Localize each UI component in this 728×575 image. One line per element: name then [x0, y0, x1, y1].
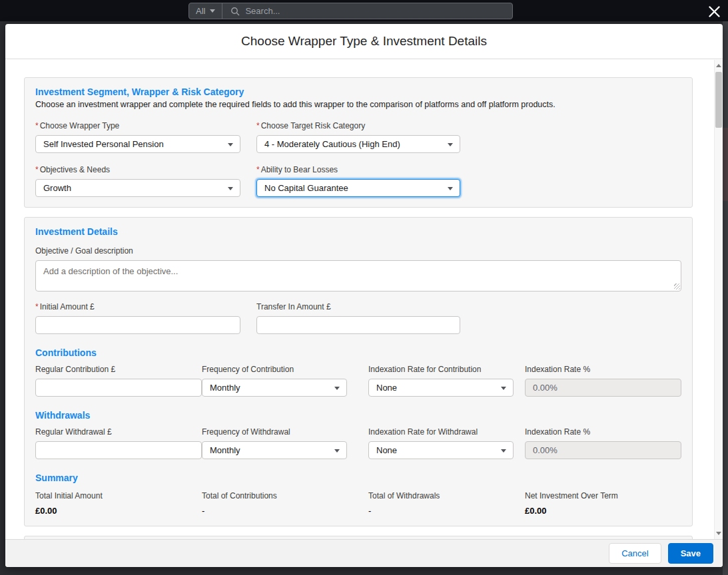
bear-losses-label: Ability to Bear Losses: [261, 165, 338, 174]
withdrawal-rate-label: Indexation Rate %: [525, 427, 590, 437]
net-investment-label: Net Investment Over Term: [525, 491, 681, 500]
transfer-in-input[interactable]: [256, 316, 460, 334]
objective-label: Objective / Goal description: [35, 246, 133, 256]
chevron-down-icon: [501, 387, 506, 390]
chevron-down-icon: [501, 449, 506, 453]
total-withdrawals-item: Total of Withdrawals -: [368, 491, 525, 516]
contributions-heading: Contributions: [35, 347, 681, 358]
contribution-indexation-select[interactable]: None: [368, 379, 514, 397]
required-asterisk: *: [35, 121, 39, 130]
save-button[interactable]: Save: [668, 543, 713, 564]
withdrawal-rate-field: Indexation Rate %: [525, 427, 681, 459]
global-search-box[interactable]: All Search...: [188, 3, 513, 19]
withdrawal-frequency-select[interactable]: Monthly: [202, 441, 347, 459]
withdrawal-indexation-select[interactable]: None: [368, 441, 514, 459]
net-investment-value: £0.00: [525, 506, 681, 516]
withdrawal-rate-input: [525, 441, 681, 459]
withdrawals-heading: Withdrawals: [35, 410, 681, 421]
withdrawal-frequency-field: Frequency of Withdrawal Monthly: [202, 427, 368, 459]
required-asterisk: *: [35, 165, 39, 174]
modal-body: Investment Segment, Wrapper & Risk Categ…: [5, 60, 723, 539]
contribution-rate-label: Indexation Rate %: [525, 365, 590, 374]
close-icon[interactable]: [704, 3, 724, 20]
regular-contribution-input[interactable]: [35, 379, 202, 397]
scroll-up-icon[interactable]: [715, 61, 723, 71]
total-withdrawals-value: -: [368, 506, 525, 516]
modal-scrollbar[interactable]: [714, 60, 723, 539]
withdrawal-indexation-value: None: [376, 445, 397, 455]
wrapper-type-value: Self Invested Personal Pension: [43, 139, 164, 149]
contribution-indexation-value: None: [376, 383, 397, 393]
wrapper-type-select[interactable]: Self Invested Personal Pension: [35, 135, 240, 153]
segment-section-heading: Investment Segment, Wrapper & Risk Categ…: [35, 87, 681, 97]
contribution-rate-field: Indexation Rate %: [525, 365, 681, 397]
withdrawal-indexation-label: Indexation Rate for Withdrawal: [368, 427, 478, 437]
transfer-in-field: Transfer In Amount £: [256, 302, 460, 334]
objectives-select[interactable]: Growth: [35, 179, 240, 197]
modal-title: Choose Wrapper Type & Investment Details: [241, 34, 487, 49]
total-initial-label: Total Initial Amount: [35, 491, 202, 500]
contribution-frequency-label: Frequency of Contribution: [202, 365, 294, 374]
wrapper-type-label: Choose Wrapper Type: [40, 121, 120, 130]
search-placeholder: Search...: [245, 6, 280, 16]
global-header: All Search...: [0, 0, 728, 21]
chevron-down-icon: [448, 143, 453, 146]
modal-header: Choose Wrapper Type & Investment Details: [5, 24, 723, 59]
required-asterisk: *: [256, 121, 260, 130]
wrapper-details-modal: Choose Wrapper Type & Investment Details…: [5, 24, 723, 567]
chevron-down-icon: [334, 449, 340, 453]
bear-losses-field: * Ability to Bear Losses No Capital Guar…: [256, 165, 460, 197]
regular-withdrawal-field: Regular Withdrawal £: [35, 427, 202, 459]
segment-section: Investment Segment, Wrapper & Risk Categ…: [24, 77, 693, 208]
chevron-down-icon: [334, 387, 340, 390]
contribution-indexation-label: Indexation Rate for Contribution: [368, 365, 481, 374]
contribution-rate-input: [525, 379, 681, 397]
regular-withdrawal-input[interactable]: [35, 441, 202, 459]
objectives-field: * Objectives & Needs Growth: [35, 165, 240, 197]
regular-withdrawal-label: Regular Withdrawal £: [35, 427, 112, 437]
objective-textarea[interactable]: [35, 260, 681, 291]
initial-amount-field: * Initial Amount £: [35, 302, 240, 334]
contribution-frequency-value: Monthly: [210, 383, 240, 393]
scrollbar-thumb[interactable]: [715, 72, 722, 128]
modal-footer: Cancel Save: [5, 539, 723, 567]
details-section: Investment Details Objective / Goal desc…: [24, 217, 693, 526]
net-investment-item: Net Investment Over Term £0.00: [525, 491, 681, 516]
risk-category-select[interactable]: 4 - Moderately Cautious (High End): [256, 135, 460, 153]
chevron-down-icon: [228, 143, 233, 146]
search-icon: [230, 7, 240, 16]
total-withdrawals-label: Total of Withdrawals: [368, 491, 525, 500]
chevron-down-icon: [210, 9, 215, 13]
details-section-heading: Investment Details: [35, 226, 681, 237]
chevron-down-icon: [228, 187, 233, 190]
background-scrollbar-thumb: [723, 128, 728, 201]
total-initial-value: £0.00: [35, 506, 202, 516]
search-scope-dropdown[interactable]: All: [189, 3, 222, 19]
risk-category-field: * Choose Target Risk Category 4 - Modera…: [256, 121, 460, 153]
initial-amount-label: Initial Amount £: [40, 302, 95, 311]
risk-category-value: 4 - Moderately Cautious (High End): [264, 139, 400, 149]
withdrawal-frequency-value: Monthly: [210, 445, 240, 455]
scroll-down-icon[interactable]: [715, 528, 723, 538]
regular-contribution-field: Regular Contribution £: [35, 365, 202, 397]
bear-losses-select[interactable]: No Capital Guarantee: [256, 179, 460, 197]
total-contributions-label: Total of Contributions: [202, 491, 368, 500]
regular-contribution-label: Regular Contribution £: [35, 365, 115, 374]
summary-heading: Summary: [35, 473, 681, 483]
objectives-label: Objectives & Needs: [40, 165, 110, 174]
withdrawal-indexation-field: Indexation Rate for Withdrawal None: [368, 427, 525, 459]
cancel-button[interactable]: Cancel: [609, 543, 661, 564]
initial-amount-input[interactable]: [35, 316, 240, 334]
transfer-in-label: Transfer In Amount £: [256, 302, 331, 311]
required-asterisk: *: [256, 165, 260, 174]
wrapper-type-field: * Choose Wrapper Type Self Invested Pers…: [35, 121, 240, 153]
contribution-indexation-field: Indexation Rate for Contribution None: [368, 365, 525, 397]
risk-category-label: Choose Target Risk Category: [261, 121, 366, 130]
background-page-edge: [723, 21, 728, 575]
total-contributions-value: -: [202, 506, 368, 516]
bear-losses-value: No Capital Guarantee: [264, 183, 348, 193]
total-initial-item: Total Initial Amount £0.00: [35, 491, 202, 516]
segment-section-description: Choose an investment wrapper and complet…: [35, 100, 681, 109]
contribution-frequency-select[interactable]: Monthly: [202, 379, 347, 397]
withdrawal-frequency-label: Frequency of Withdrawal: [202, 427, 290, 437]
